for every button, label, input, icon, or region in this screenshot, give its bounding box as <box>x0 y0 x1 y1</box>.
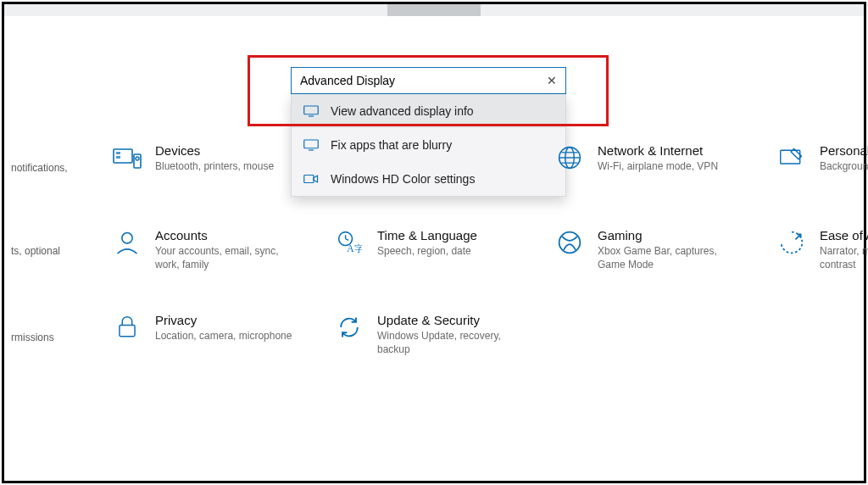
tile-title: Ease of A <box>820 228 868 242</box>
settings-search: ✕ View advanced display info Fix apps th… <box>291 67 566 197</box>
tile-sub: Your accounts, email, sync, work, family <box>155 244 299 271</box>
tile-sub: Location, camera, microphone <box>155 329 292 343</box>
time-language-icon: A字 <box>335 228 364 257</box>
tile-title: Gaming <box>598 228 742 242</box>
globe-icon <box>555 143 584 172</box>
search-input[interactable] <box>300 74 547 87</box>
suggestion-view-advanced-display[interactable]: View advanced display info <box>292 94 565 128</box>
window-frame: notifications, ts, optional rmissions ✕ … <box>2 2 866 483</box>
tile-sub: Windows Update, recovery, backup <box>377 329 521 356</box>
tile-sub: Bluetooth, printers, mouse <box>155 159 274 173</box>
suggestion-label: Windows HD Color settings <box>331 172 475 186</box>
tile-title: Privacy <box>155 313 292 327</box>
camera-icon <box>303 173 319 185</box>
svg-point-16 <box>122 233 132 243</box>
tile-sub: Backgroun <box>820 159 868 173</box>
tile-title: Devices <box>155 143 274 158</box>
search-input-row[interactable]: ✕ <box>291 67 566 94</box>
tile-title: Personaliz <box>820 143 868 158</box>
tile-time-language[interactable]: A字 Time & Language Speech, region, date <box>335 228 547 258</box>
tile-ease-of-access[interactable]: Ease of A Narrator, m contrast <box>777 228 868 271</box>
search-suggestions: View advanced display info Fix apps that… <box>291 94 566 197</box>
tile-privacy[interactable]: Privacy Location, camera, microphone <box>113 313 325 343</box>
svg-point-21 <box>559 232 581 254</box>
lock-icon <box>113 313 142 342</box>
tile-sub: Wi-Fi, airplane mode, VPN <box>598 159 718 173</box>
tile-title: Network & Internet <box>598 143 718 158</box>
left-partial-search-sub: rmissions <box>11 332 79 345</box>
svg-rect-23 <box>120 326 135 337</box>
tile-personalization[interactable]: Personaliz Backgroun <box>777 143 868 173</box>
suggestion-label: Fix apps that are blurry <box>331 138 452 152</box>
svg-line-19 <box>346 239 349 241</box>
clear-icon[interactable]: ✕ <box>547 74 557 87</box>
tile-accounts[interactable]: Accounts Your accounts, email, sync, wor… <box>113 228 325 271</box>
suggestion-hd-color-settings[interactable]: Windows HD Color settings <box>292 162 565 196</box>
svg-rect-6 <box>116 152 120 154</box>
titlebar-strip <box>4 4 864 16</box>
svg-rect-7 <box>116 156 120 159</box>
tile-update-security[interactable]: Update & Security Windows Update, recove… <box>335 313 547 356</box>
monitor-icon <box>303 105 319 117</box>
sync-icon <box>335 313 364 342</box>
tile-title: Accounts <box>155 228 299 242</box>
left-partial-system-sub: notifications, <box>11 162 79 176</box>
tile-devices[interactable]: Devices Bluetooth, printers, mouse <box>113 143 325 173</box>
tile-title: Update & Security <box>377 313 521 327</box>
suggestion-fix-blurry-apps[interactable]: Fix apps that are blurry <box>292 128 565 162</box>
xbox-icon <box>555 228 584 257</box>
svg-rect-4 <box>304 176 314 183</box>
tile-network[interactable]: Network & Internet Wi-Fi, airplane mode,… <box>555 143 767 173</box>
suggestion-label: View advanced display info <box>331 104 474 118</box>
paintbrush-icon <box>777 143 806 172</box>
titlebar-grey-block <box>387 4 481 16</box>
person-icon <box>113 228 142 257</box>
tile-gaming[interactable]: Gaming Xbox Game Bar, captures, Game Mod… <box>555 228 767 271</box>
tile-sub: Xbox Game Bar, captures, Game Mode <box>598 244 742 271</box>
tile-sub: Speech, region, date <box>377 244 477 258</box>
left-partial-apps-sub: ts, optional <box>11 245 79 259</box>
svg-rect-0 <box>304 106 319 114</box>
tile-sub: Narrator, m contrast <box>820 244 868 271</box>
ease-of-access-icon <box>777 228 806 257</box>
svg-point-9 <box>136 157 139 160</box>
svg-text:A字: A字 <box>347 243 362 254</box>
tile-title: Time & Language <box>377 228 477 242</box>
devices-icon <box>113 143 142 172</box>
